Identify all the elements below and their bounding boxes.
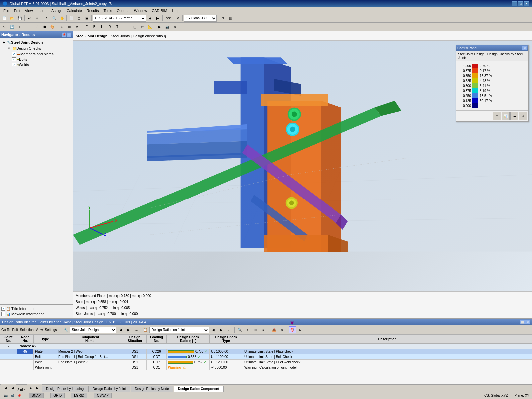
close-button[interactable]: ✕ [524,1,529,6]
tb2-top[interactable]: T [114,23,121,31]
tb2-front[interactable]: F [83,23,90,31]
bolts-checkbox[interactable]: ✓ [12,57,16,61]
tb2-section[interactable]: ◫ [131,23,138,31]
uls-combo[interactable]: ULS (STR/GEO) - Perma... [93,15,146,22]
tab-nav-last[interactable]: ▶| [34,384,42,392]
results-tb-selection[interactable]: Selection [20,328,34,332]
results-tb-columns[interactable]: ≡ [260,326,267,333]
tb-display[interactable]: ▦ [227,15,234,22]
maximize-button[interactable]: □ [518,1,523,6]
nav-footer-maxmin-info[interactable]: ✓ 📊 Max/Min Information [1,311,71,317]
results-combo-next[interactable]: ▶ [125,326,132,333]
results-table-dots2[interactable]: … [226,326,233,333]
results-tb-edit[interactable]: Edit [12,328,18,332]
status-osnap[interactable]: OSNAP [94,393,112,398]
tab-design-ratios-component[interactable]: Design Ratios Component [174,386,224,392]
results-design-combo[interactable]: Steel Joint Design [70,327,116,333]
status-grid[interactable]: GRID [50,393,65,398]
menu-help[interactable]: Help [170,8,182,13]
minimize-button[interactable]: ─ [512,1,517,6]
menu-options[interactable]: Options [115,8,131,13]
tb-pan[interactable]: ✋ [58,15,66,22]
results-restore-btn[interactable]: ⬜ [520,320,525,324]
status-video-btn[interactable]: 📹 [9,393,15,399]
results-close-btn[interactable]: ✕ [525,320,530,324]
menu-window[interactable]: Window [132,8,149,13]
nav-item-steel-joint-design[interactable]: ▶ 🔧 Steel Joint Design [1,39,71,45]
status-camera-btn[interactable]: 📷 [3,393,9,399]
tb-new[interactable]: 📄 [1,15,8,22]
tb2-render[interactable]: 🎨 [49,23,56,31]
results-tb-sort[interactable]: ↕ [244,326,251,333]
results-tb-view[interactable]: View [36,328,43,332]
nav-pin-btn[interactable]: 📌 [62,32,66,37]
status-lgrid[interactable]: LGRID [71,393,87,398]
tb-view2[interactable]: ◻ [75,15,83,22]
table-row-bolt[interactable]: Bolt End Plate 1 | Bolt Group 1 | Bolt..… [0,354,532,360]
tb2-measure[interactable]: 📐 [146,23,154,31]
title-info-checkbox[interactable]: ✓ [1,307,5,311]
results-table-next[interactable]: ▶ [218,326,225,333]
menu-cad-bim[interactable]: CAD-BIM [150,8,169,13]
tb2-print[interactable]: 🖨 [171,23,179,31]
tb-settings[interactable]: ⚙ [219,15,226,22]
results-combo-dots[interactable]: … [133,326,140,333]
results-tb-goto[interactable]: Go To [1,328,10,332]
results-table-prev[interactable]: ◀ [210,326,217,333]
menu-edit[interactable]: Edit [12,8,22,13]
results-tb-group[interactable]: ⊞ [252,326,259,333]
tb-redo[interactable]: ↪ [33,15,41,22]
tb-filter[interactable]: ✕ [174,15,181,22]
tb2-right[interactable]: R [106,23,113,31]
results-tb-extra[interactable]: ⚙ [297,326,304,333]
table-row-weld[interactable]: Weld End Plate 1 | Weld 3 DS1 CO7 0.752 … [0,360,532,365]
cp-table-btn[interactable]: ≡ [493,112,501,120]
tb-view3[interactable]: ▣ [83,15,90,22]
menu-view[interactable]: View [23,8,35,13]
tab-design-ratios-loading[interactable]: Design Ratios by Loading [42,386,88,392]
cp-list-btn[interactable]: ≔ [510,112,518,120]
menu-assign[interactable]: Assign [49,8,64,13]
tb2-left[interactable]: L [98,23,106,31]
tb2-anim[interactable]: ▶ [156,23,163,31]
tb2-grid[interactable]: ⊞ [66,23,73,31]
nav-item-welds[interactable]: ✓ ≈ Welds [1,62,71,67]
tb2-rotate[interactable]: 🔄 [8,23,16,31]
status-pin-btn[interactable]: 📌 [16,393,22,399]
tb-select[interactable]: ↖ [43,15,50,22]
status-snap[interactable]: SNAP [29,393,44,398]
tb2-clip[interactable]: ✂ [139,23,146,31]
tab-design-ratios-node[interactable]: Design Ratios by Node [131,386,173,392]
global-xyz-combo[interactable]: 1 - Global XYZ [184,15,217,22]
table-row-whole-joint[interactable]: Whole joint DS1 CO1 Warning ⚠ ¤48000.00 … [0,365,532,370]
nav-item-bolts[interactable]: ✓ ● Bolts [1,57,71,62]
nav-footer-title-info[interactable]: ✓ 📋 Title Information [1,306,71,311]
tb2-iso[interactable]: I [121,23,129,31]
results-tb-settings[interactable]: Settings [45,328,57,332]
results-combo-prev[interactable]: ◀ [117,326,124,333]
tb2-wireframe[interactable]: ⬡ [33,23,41,31]
nav-close-btn[interactable]: ✕ [67,32,71,37]
results-tb-filter[interactable]: 🔍 [236,326,243,333]
viewport[interactable]: Steel Joint Design Steel Joints | Design… [73,31,532,318]
tb2-back[interactable]: B [91,23,98,31]
tb2-cursor[interactable]: ↖ [1,23,8,31]
tb-open[interactable]: 📂 [8,15,16,22]
tb-zoom[interactable]: 🔍 [51,15,58,22]
cp-close-btn[interactable]: ✕ [522,46,527,50]
tb2-solid[interactable]: ⬢ [41,23,48,31]
menu-insert[interactable]: Insert [35,8,49,13]
cp-export-btn[interactable]: ⬇ [519,112,527,120]
table-row-plate[interactable]: 45 Plate Member 2 | Web DS1 CO26 0.780 ✓ [0,349,532,354]
tab-nav-next[interactable]: ▶ [27,384,34,392]
tb2-zoom-in[interactable]: + [16,23,23,31]
tb-undo[interactable]: ↩ [26,15,33,22]
tb2-screenshot[interactable]: 📷 [164,23,171,31]
tb-next-ds[interactable]: ▶ [154,15,161,22]
tb2-zoom-out[interactable]: − [24,23,31,31]
tb-prev-ds[interactable]: ◀ [146,15,154,22]
menu-results[interactable]: Results [85,8,101,13]
tab-nav-first[interactable]: |◀ [1,384,9,392]
tab-nav-prev[interactable]: ◀ [9,384,16,392]
nav-item-members-plates[interactable]: ✓ ▬ Members and plates [1,51,71,57]
